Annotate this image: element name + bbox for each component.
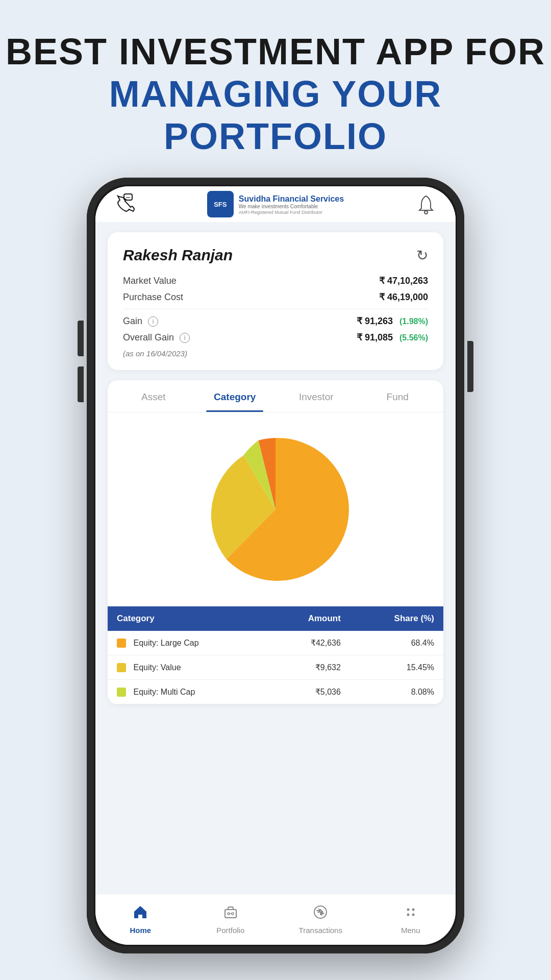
table-header: Category Amount Share (%)	[108, 606, 443, 631]
company-tagline: We make investments Comfortable	[239, 204, 344, 210]
overall-gain-label: Overall Gain i	[123, 332, 190, 343]
svg-text:•••: •••	[126, 195, 130, 199]
category-color-dot	[117, 663, 126, 672]
nav-transactions[interactable]: Transactions	[295, 904, 346, 935]
nav-home-label: Home	[130, 926, 151, 935]
amount-cell: ₹42,636	[268, 631, 350, 655]
nav-home[interactable]: Home	[115, 904, 166, 935]
overall-gain-percent: (5.56%)	[399, 333, 428, 342]
tab-fund[interactable]: Fund	[357, 380, 439, 412]
overall-gain-info-icon[interactable]: i	[180, 333, 190, 343]
gain-info-icon[interactable]: i	[148, 316, 158, 327]
market-value: ₹ 47,10,263	[379, 275, 428, 286]
portfolio-card: Rakesh Ranjan ↻ Market Value ₹ 47,10,263…	[108, 232, 443, 370]
table-row: Equity: Multi Cap ₹5,036 8.08%	[108, 680, 443, 704]
col-header-category: Category	[108, 606, 268, 631]
company-name: Suvidha Financial Services	[239, 194, 344, 204]
gain-label: Gain i	[123, 316, 158, 327]
category-table: Category Amount Share (%) Equity: Large …	[108, 606, 443, 704]
volume-up-button[interactable]	[78, 321, 84, 356]
tabs-row: Asset Category Investor Fund	[108, 380, 443, 412]
svg-point-9	[412, 909, 414, 911]
share-cell: 8.08%	[350, 680, 443, 704]
logo-badge: SFS	[207, 191, 234, 217]
amount-cell: ₹5,036	[268, 680, 350, 704]
phone-screen: ••• SFS Suvidha Financial Services We ma…	[95, 186, 456, 945]
category-cell: Equity: Multi Cap	[108, 680, 268, 704]
svg-point-4	[228, 913, 230, 915]
svg-point-10	[407, 914, 409, 916]
category-color-dot	[117, 688, 126, 697]
screen-content: Rakesh Ranjan ↻ Market Value ₹ 47,10,263…	[95, 222, 456, 894]
amount-cell: ₹9,632	[268, 655, 350, 680]
purchase-cost-label: Purchase Cost	[123, 292, 183, 303]
power-button[interactable]	[467, 341, 473, 392]
tab-investor[interactable]: Investor	[276, 380, 357, 412]
chart-container	[108, 412, 443, 606]
gain-percent: (1.98%)	[399, 317, 428, 326]
menu-icon	[403, 904, 418, 923]
nav-menu-label: Menu	[401, 926, 420, 935]
tab-asset[interactable]: Asset	[113, 380, 194, 412]
pie-chart	[194, 428, 357, 591]
nav-portfolio-label: Portfolio	[216, 926, 244, 935]
svg-point-5	[232, 913, 234, 915]
top-bar: ••• SFS Suvidha Financial Services We ma…	[95, 186, 456, 222]
app-logo: SFS Suvidha Financial Services We make i…	[207, 191, 344, 217]
col-header-share: Share (%)	[350, 606, 443, 631]
investor-name: Rakesh Ranjan	[123, 247, 233, 264]
as-on-date: (as on 16/04/2023)	[123, 349, 428, 358]
nav-menu[interactable]: Menu	[385, 904, 436, 935]
gain-value: ₹ 91,263 (1.98%)	[357, 315, 428, 327]
overall-gain-value: ₹ 91,085 (5.56%)	[357, 332, 428, 343]
phone-mockup: ••• SFS Suvidha Financial Services We ma…	[87, 178, 464, 953]
share-cell: 15.45%	[350, 655, 443, 680]
tab-category[interactable]: Category	[194, 380, 276, 412]
col-header-amount: Amount	[268, 606, 350, 631]
company-sub-tagline: AMFI-Registered Mutual Fund Distributor	[239, 210, 344, 215]
header-line2: MANAGING YOUR PORTFOLIO	[0, 73, 551, 158]
share-cell: 68.4%	[350, 631, 443, 655]
bottom-nav: Home Portfolio	[95, 894, 456, 945]
tabs-section: Asset Category Investor Fund	[108, 380, 443, 704]
transactions-icon	[313, 904, 328, 923]
category-name: Equity: Multi Cap	[133, 688, 195, 696]
table-row: Equity: Value ₹9,632 15.45%	[108, 655, 443, 680]
volume-down-button[interactable]	[78, 366, 84, 402]
category-cell: Equity: Value	[108, 655, 268, 680]
market-value-label: Market Value	[123, 276, 177, 286]
page-header: BEST INVESTMENT APP FOR MANAGING YOUR PO…	[0, 31, 551, 157]
refresh-button[interactable]: ↻	[416, 247, 428, 264]
svg-point-2	[424, 211, 428, 214]
category-name: Equity: Value	[133, 663, 181, 672]
svg-point-8	[407, 909, 409, 911]
call-icon[interactable]: •••	[111, 190, 139, 218]
purchase-cost: ₹ 46,19,000	[379, 291, 428, 303]
category-color-dot	[117, 639, 126, 648]
category-cell: Equity: Large Cap	[108, 631, 268, 655]
table-row: Equity: Large Cap ₹42,636 68.4%	[108, 631, 443, 655]
category-name: Equity: Large Cap	[133, 639, 198, 647]
nav-portfolio[interactable]: Portfolio	[205, 904, 256, 935]
header-line1: BEST INVESTMENT APP FOR	[0, 31, 551, 73]
notification-icon[interactable]	[412, 190, 440, 218]
portfolio-icon	[223, 904, 238, 923]
svg-point-11	[412, 914, 414, 916]
home-icon	[133, 904, 148, 923]
nav-transactions-label: Transactions	[299, 926, 342, 935]
